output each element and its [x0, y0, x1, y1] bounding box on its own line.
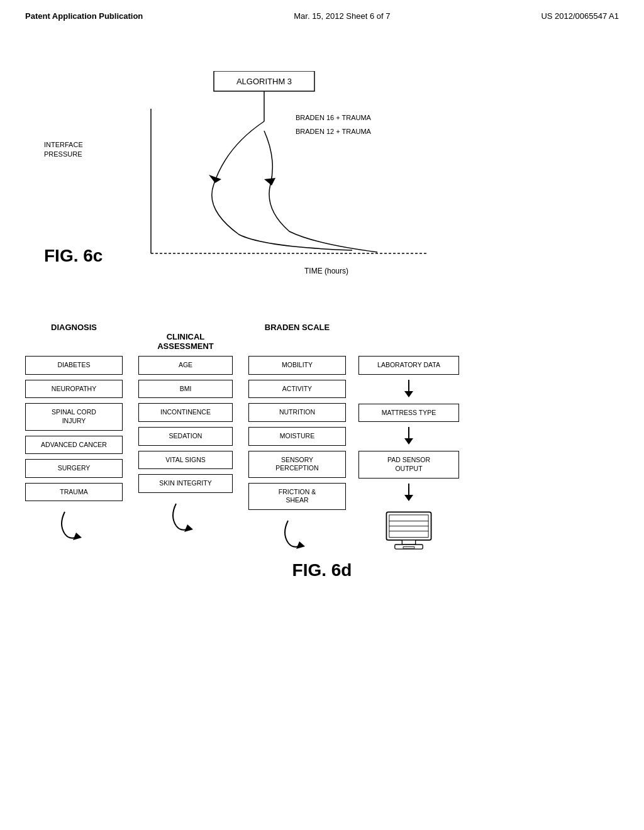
diagnosis-spinal-cord: SPINAL CORDINJURY: [25, 403, 123, 430]
header-left: Patent Application Publication: [25, 11, 143, 21]
header-center: Mar. 15, 2012 Sheet 6 of 7: [294, 11, 390, 21]
diagnosis-diabetes: DIABETES: [25, 356, 123, 375]
svg-marker-15: [404, 438, 413, 445]
computer-icon: [384, 510, 434, 554]
braden-friction: FRICTION &SHEAR: [248, 483, 346, 510]
diagnosis-column: DIABETES NEUROPATHY SPINAL CORDINJURY AD…: [25, 356, 123, 540]
clinical-sedation: SEDATION: [138, 427, 233, 446]
svg-marker-17: [404, 495, 413, 501]
main-content: INTERFACEPRESSURE ALGORITHM 3 BRADEN 16 …: [0, 27, 644, 593]
header-braden: BRADEN SCALE: [248, 323, 346, 351]
clinical-incontinence: INCONTINENCE: [138, 403, 233, 422]
clinical-column: AGE BMI INCONTINENCE SEDATION VITAL SIGN…: [138, 356, 233, 532]
braden-sensory: SENSORYPERCEPTION: [248, 451, 346, 478]
braden-arrow: [279, 517, 316, 549]
arrow-pad-to-computer: [399, 484, 418, 502]
arrow-mattress-to-pad: [399, 427, 418, 446]
clinical-vital-signs: VITAL SIGNS: [138, 451, 233, 470]
svg-text:BRADEN 16 + TRAUMA: BRADEN 16 + TRAUMA: [296, 114, 372, 121]
svg-rect-25: [403, 546, 414, 548]
svg-marker-11: [296, 541, 305, 549]
fig6c-diagram: INTERFACEPRESSURE ALGORITHM 3 BRADEN 16 …: [25, 40, 619, 304]
arrow-lab-to-mattress: [399, 380, 418, 399]
x-axis-label: TIME (hours): [304, 267, 348, 275]
diagnosis-surgery: SURGERY: [25, 459, 123, 478]
right-mattress-type: MATTRESS TYPE: [358, 404, 459, 423]
header-right: US 2012/0065547 A1: [541, 11, 619, 21]
fig6c-figure-label: FIG. 6c: [44, 246, 103, 266]
svg-marker-10: [184, 524, 193, 532]
braden-column: MOBILITY ACTIVITY NUTRITION MOISTURE SEN…: [248, 356, 346, 549]
braden-moisture: MOISTURE: [248, 427, 346, 446]
svg-marker-9: [73, 533, 82, 540]
braden-activity: ACTIVITY: [248, 380, 346, 399]
fig6c-graph: ALGORITHM 3 BRADEN 16 + TRAUMA BRADEN 12…: [113, 71, 478, 285]
fig6d-diagram: DIAGNOSIS CLINICAL ASSESSMENT BRADEN SCA…: [25, 323, 619, 580]
clinical-age: AGE: [138, 356, 233, 375]
braden-nutrition: NUTRITION: [248, 403, 346, 422]
right-laboratory-data: LABORATORY DATA: [358, 356, 459, 375]
fig6d-figure-label: FIG. 6d: [25, 560, 619, 580]
svg-marker-8: [264, 178, 275, 185]
column-headers: DIAGNOSIS CLINICAL ASSESSMENT BRADEN SCA…: [25, 323, 619, 351]
svg-marker-13: [404, 391, 413, 397]
right-pad-sensor: PAD SENSOROUTPUT: [358, 451, 459, 478]
svg-marker-7: [209, 175, 221, 183]
svg-text:BRADEN 12 + TRAUMA: BRADEN 12 + TRAUMA: [296, 128, 372, 135]
diagnosis-advanced-cancer: ADVANCED CANCER: [25, 436, 123, 455]
svg-text:ALGORITHM 3: ALGORITHM 3: [236, 77, 292, 86]
patent-header: Patent Application Publication Mar. 15, …: [0, 0, 644, 27]
y-axis-label: INTERFACEPRESSURE: [44, 140, 83, 160]
diagnosis-arrow: [55, 509, 93, 540]
clinical-skin-integrity: SKIN INTEGRITY: [138, 474, 233, 493]
clinical-bmi: BMI: [138, 380, 233, 399]
clinical-arrow: [167, 501, 204, 532]
svg-rect-23: [402, 540, 415, 544]
diagram-grid: DIABETES NEUROPATHY SPINAL CORDINJURY AD…: [25, 356, 619, 554]
diagnosis-trauma: TRAUMA: [25, 483, 123, 502]
header-clinical: CLINICAL ASSESSMENT: [138, 323, 233, 351]
header-diagnosis: DIAGNOSIS: [25, 323, 123, 351]
diagnosis-neuropathy: NEUROPATHY: [25, 380, 123, 399]
braden-mobility: MOBILITY: [248, 356, 346, 375]
right-column: LABORATORY DATA MATTRESS TYPE PAD SENSOR…: [358, 356, 459, 554]
